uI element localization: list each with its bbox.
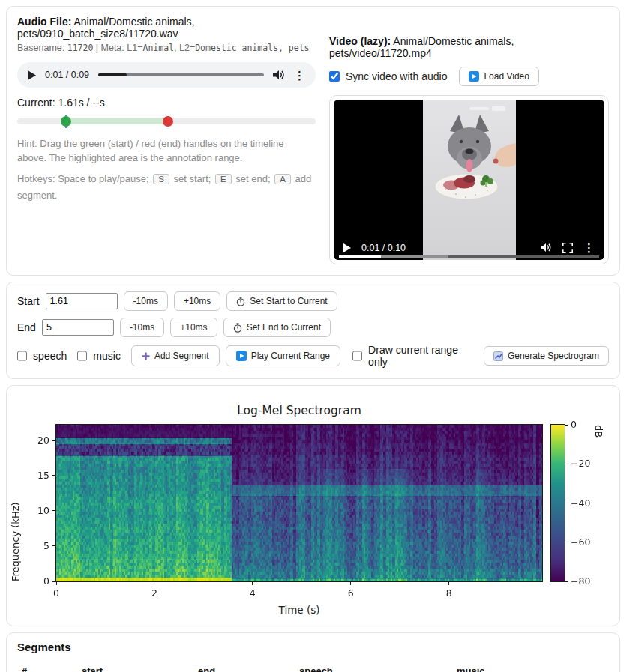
x-axis-label: Time (s) — [56, 604, 542, 616]
spectrogram-card: Log-Mel Spectrogram Frequency (kHz) Time… — [6, 385, 620, 626]
x-tick-label: 4 — [244, 587, 262, 599]
media-card: Audio File: Animal/Domestic animals, pet… — [6, 6, 620, 276]
video-player[interactable]: 0:01 / 0:10 ⋮ — [334, 100, 604, 260]
audio-player[interactable]: 0:01 / 0:09 ⋮ — [17, 62, 316, 88]
x-tick-mark — [154, 582, 154, 585]
draw-range-checkbox[interactable] — [352, 351, 362, 361]
y-tick-mark — [52, 440, 55, 441]
colorbar-tick-mark — [565, 464, 568, 464]
sync-video-label: Sync video with audio — [346, 70, 447, 82]
timeline-hint: Hint: Drag the green (start) / red (end)… — [17, 137, 316, 166]
end-handle[interactable] — [163, 116, 173, 127]
generate-spectrogram-label: Generate Spectrogram — [508, 351, 599, 361]
video-sync-row: Sync video with audio Load Video — [329, 67, 609, 86]
y-tick-label: 0 — [29, 575, 49, 587]
annotation-range — [66, 118, 168, 124]
video-frame-illustration — [423, 100, 516, 260]
set-end-to-current-button[interactable]: Set End to Current — [223, 318, 331, 337]
colorbar-tick-label: −60 — [571, 536, 590, 548]
play-current-range-button[interactable]: Play Current Range — [226, 345, 340, 366]
spectrogram-chart: Log-Mel Spectrogram Frequency (kHz) Time… — [7, 392, 619, 618]
video-file-line: Video (lazy): Animal/Domestic animals, p… — [329, 35, 609, 59]
start-row: Start -10ms +10ms Set Start to Current — [17, 291, 609, 311]
end-plus-10ms-button[interactable]: +10ms — [170, 318, 217, 337]
speech-label: speech — [33, 350, 67, 362]
start-input[interactable] — [46, 293, 118, 309]
colorbar-tick-label: −80 — [571, 575, 590, 587]
sync-video-checkbox[interactable] — [329, 71, 340, 82]
hotkeys-hint: Hotkeys: Space to play/pause; S set star… — [17, 171, 316, 204]
annotation-tool-page: { "audio": { "label": "Audio File:", "pa… — [0, 0, 626, 672]
colorbar-tick-mark — [565, 542, 568, 542]
chart-icon — [493, 351, 503, 361]
video-seekbar[interactable] — [339, 255, 599, 258]
segments-col-start: start — [82, 665, 198, 672]
segments-card: Segments # start end speech music — [6, 632, 620, 672]
play-range-icon — [236, 351, 247, 361]
start-minus-10ms-label: -10ms — [133, 296, 158, 306]
y-tick-mark — [52, 545, 55, 546]
colorbar-tick-mark — [565, 581, 568, 582]
start-handle[interactable] — [61, 116, 71, 127]
end-input[interactable] — [42, 319, 114, 336]
segments-col-end: end — [198, 665, 299, 672]
speech-checkbox[interactable] — [17, 351, 27, 361]
end-label: End — [17, 321, 36, 333]
draw-range-label: Draw current range only — [368, 344, 473, 368]
volume-icon[interactable] — [273, 70, 285, 80]
audio-menu-button[interactable]: ⋮ — [294, 70, 305, 81]
basename-label: Basename: — [17, 43, 67, 53]
audio-play-button[interactable] — [28, 70, 36, 80]
hotkeys-set-end: set end; — [233, 173, 273, 184]
x-tick-mark — [350, 582, 351, 585]
segment-actions-row: speech music Add Segment Play Current Ra… — [17, 344, 609, 368]
video-controls: 0:01 / 0:10 ⋮ — [334, 242, 604, 253]
video-file-label: Video (lazy): — [329, 35, 391, 47]
colorbar-tick-mark — [565, 503, 568, 503]
video-panel: Video (lazy): Animal/Domestic animals, p… — [329, 35, 609, 264]
segments-col-index: # — [22, 665, 82, 672]
video-volume-icon[interactable] — [541, 243, 552, 252]
colorbar-tick-label: −40 — [571, 497, 590, 509]
colorbar-tick-label: −20 — [571, 458, 590, 469]
hotkey-e: E — [215, 174, 232, 184]
segments-col-speech: speech — [299, 665, 457, 672]
hotkey-s: S — [153, 174, 169, 184]
y-tick-label: 15 — [29, 470, 49, 481]
hotkeys-prefix: Hotkeys: Space to play/pause; — [17, 173, 149, 184]
add-segment-label: Add Segment — [154, 351, 209, 361]
set-start-to-current-button[interactable]: Set Start to Current — [226, 291, 337, 311]
x-tick-mark — [56, 582, 57, 585]
meta-l2-value: Domestic animals, pets — [195, 43, 309, 53]
hotkey-a: A — [274, 174, 291, 184]
start-minus-10ms-button[interactable]: -10ms — [124, 291, 168, 311]
audio-panel: Audio File: Animal/Domestic animals, pet… — [17, 16, 316, 264]
load-video-button[interactable]: Load Video — [459, 67, 539, 86]
video-play-button[interactable] — [343, 243, 351, 252]
audio-seekbar[interactable] — [98, 73, 264, 76]
meta-label: | Meta: L1= — [93, 43, 142, 53]
start-plus-10ms-button[interactable]: +10ms — [174, 291, 220, 311]
load-video-icon — [469, 71, 479, 82]
basename-value: 11720 — [67, 43, 94, 53]
video-menu-button[interactable]: ⋮ — [583, 242, 595, 253]
video-fullscreen-icon[interactable] — [562, 243, 573, 253]
start-plus-10ms-label: +10ms — [184, 296, 211, 306]
add-segment-button[interactable]: Add Segment — [131, 345, 220, 366]
x-tick-mark — [448, 582, 449, 585]
y-tick-label: 10 — [29, 505, 49, 516]
meta-l2-label: , L2= — [174, 43, 195, 53]
stopwatch-icon — [233, 323, 242, 333]
load-video-label: Load Video — [484, 71, 529, 82]
play-range-label: Play Current Range — [251, 351, 330, 361]
y-tick-mark — [52, 475, 55, 476]
audio-progress-fill — [98, 73, 127, 76]
generate-spectrogram-button[interactable]: Generate Spectrogram — [484, 346, 609, 366]
x-tick-label: 8 — [440, 587, 458, 599]
range-controls-card: Start -10ms +10ms Set Start to Current E… — [6, 282, 620, 379]
music-checkbox[interactable] — [77, 351, 87, 361]
annotation-timeline[interactable] — [17, 115, 316, 128]
audio-meta-line: Basename: 11720 | Meta: L1=Animal, L2=Do… — [17, 43, 316, 53]
y-axis-label: Frequency (kHz) — [10, 425, 21, 581]
end-minus-10ms-button[interactable]: -10ms — [120, 318, 164, 337]
